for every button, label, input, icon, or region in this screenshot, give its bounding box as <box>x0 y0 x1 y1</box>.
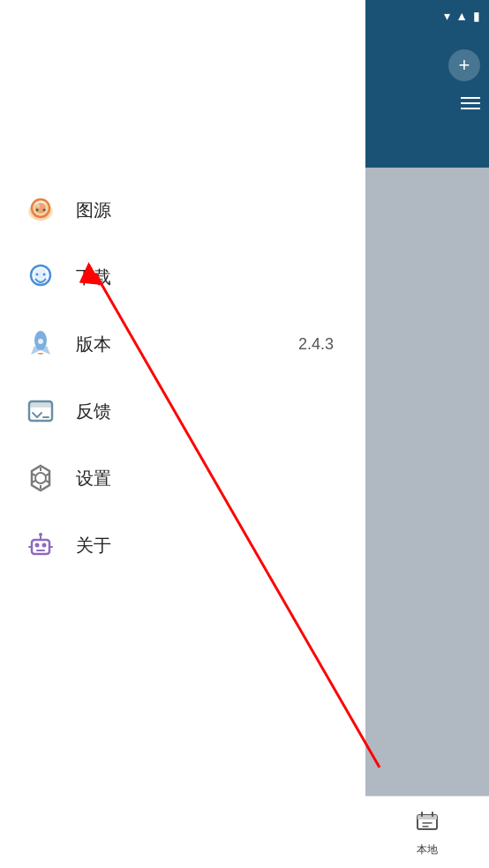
tuyuan-label: 图源 <box>76 198 342 222</box>
right-panel: ▾ ▲ ▮ + <box>365 0 489 868</box>
plus-icon: + <box>459 54 470 77</box>
right-panel-header: ▾ ▲ ▮ + <box>365 0 489 168</box>
menu-item-xiazai[interactable]: 下载 <box>14 243 351 311</box>
signal-icon: ▲ <box>455 9 468 23</box>
svg-point-5 <box>36 209 39 212</box>
svg-point-14 <box>38 339 43 344</box>
banben-icon <box>23 326 58 362</box>
svg-point-10 <box>43 273 46 276</box>
banben-label: 版本 <box>76 333 298 356</box>
shezhi-icon <box>23 460 58 496</box>
svg-line-17 <box>33 413 37 417</box>
hamburger-line-1 <box>461 97 480 99</box>
svg-point-6 <box>43 209 46 212</box>
wifi-icon: ▾ <box>444 9 450 23</box>
menu-item-guanyu[interactable]: 关于 <box>14 512 351 579</box>
xiazai-label: 下载 <box>76 266 342 289</box>
fankui-icon <box>23 393 58 429</box>
svg-point-30 <box>42 543 47 548</box>
tuyuan-icon <box>23 192 58 228</box>
hamburger-line-3 <box>461 108 480 109</box>
bottom-tab-label: 本地 <box>417 842 438 857</box>
status-bar: ▾ ▲ ▮ <box>365 0 489 32</box>
fankui-label: 反馈 <box>76 400 342 423</box>
menu-item-fankui[interactable]: 反馈 <box>14 378 351 445</box>
battery-icon: ▮ <box>473 9 480 23</box>
hamburger-menu-button[interactable] <box>461 97 480 109</box>
left-drawer: 图源 下载 <box>0 0 365 868</box>
hamburger-line-2 <box>461 102 480 104</box>
svg-point-29 <box>35 543 40 548</box>
svg-line-18 <box>37 413 41 417</box>
guanyu-icon <box>23 528 58 563</box>
bottom-tab-local[interactable]: 本地 <box>365 796 489 868</box>
svg-point-9 <box>36 273 39 276</box>
svg-point-21 <box>35 473 46 483</box>
menu-item-shezhi[interactable]: 设置 <box>14 445 351 512</box>
menu-list: 图源 下载 <box>0 176 365 579</box>
guanyu-label: 关于 <box>76 534 342 557</box>
banben-value: 2.4.3 <box>298 335 334 354</box>
svg-rect-28 <box>32 540 49 554</box>
svg-point-33 <box>39 533 42 536</box>
menu-item-banben[interactable]: 版本 2.4.3 <box>14 311 351 378</box>
shezhi-label: 设置 <box>76 467 342 490</box>
svg-rect-16 <box>29 401 52 408</box>
menu-item-tuyuan[interactable]: 图源 <box>14 176 351 243</box>
xiazai-icon <box>23 259 58 295</box>
add-button[interactable]: + <box>448 49 480 81</box>
svg-rect-37 <box>418 815 437 819</box>
local-tab-icon <box>415 808 440 839</box>
